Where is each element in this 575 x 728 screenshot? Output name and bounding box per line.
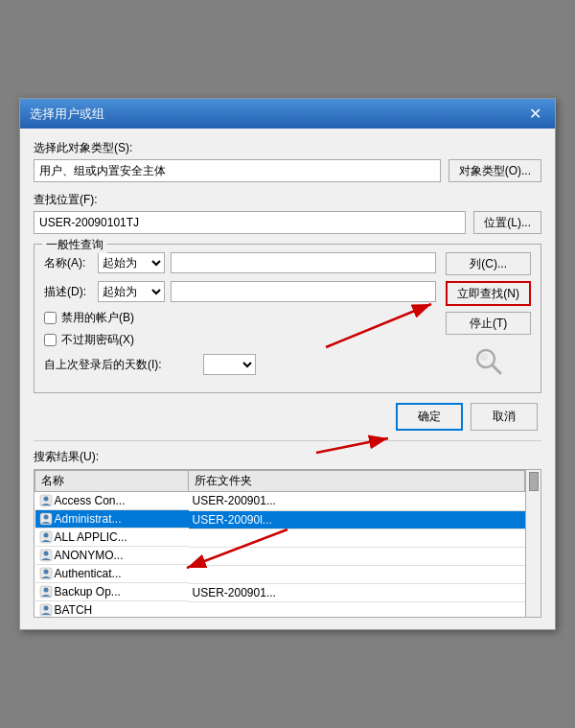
svg-point-6 (43, 515, 48, 520)
user-icon (39, 494, 53, 507)
stop-button[interactable]: 停止(T) (446, 312, 531, 335)
desc-query-select[interactable]: 起始为 (98, 281, 165, 302)
right-buttons: 列(C)... 立即查找(N) 停止(T) (446, 252, 531, 383)
svg-point-16 (43, 606, 48, 611)
table-row[interactable]: Backup Op... USER-200901... (35, 583, 525, 601)
no-expire-pwd-row: 不过期密码(X) (44, 332, 436, 348)
row-name: BATCH (35, 601, 189, 617)
object-type-section: 选择此对象类型(S): 对象类型(O)... (34, 140, 541, 182)
row-name: Administrat... (35, 510, 189, 528)
svg-point-10 (43, 552, 48, 556)
dialog-title: 选择用户或组 (30, 106, 104, 123)
table-row[interactable]: ALL APPLIC... (35, 528, 525, 547)
name-query-input[interactable] (171, 252, 436, 273)
location-section: 查找位置(F): 位置(L)... (34, 192, 541, 234)
search-now-button[interactable]: 立即查找(N) (446, 281, 531, 306)
desc-query-input[interactable] (171, 281, 436, 302)
svg-point-8 (43, 533, 48, 538)
days-since-login-select[interactable] (203, 354, 256, 375)
scrollbar[interactable] (525, 470, 540, 617)
user-icon (39, 530, 53, 544)
svg-point-2 (480, 353, 488, 361)
location-button[interactable]: 位置(L)... (473, 211, 541, 234)
table-row[interactable]: Administrat... USER-20090l... (35, 510, 525, 528)
user-icon (39, 512, 53, 526)
search-icon-area (446, 346, 531, 377)
object-type-button[interactable]: 对象类型(O)... (448, 159, 541, 182)
svg-point-4 (43, 497, 48, 502)
no-expire-pwd-checkbox[interactable] (44, 334, 57, 346)
general-query-group: 一般性查询 名称(A): 起始为 描述(D): (34, 244, 541, 393)
title-bar: 选择用户或组 ✕ (20, 99, 555, 129)
disabled-account-label: 禁用的帐户(B) (61, 310, 134, 326)
name-query-row: 名称(A): 起始为 (44, 252, 436, 273)
row-name: ANONYMO... (35, 547, 189, 565)
svg-point-14 (43, 588, 48, 593)
days-since-login-row: 自上次登录后的天数(I): (44, 354, 436, 375)
col-folder-header: 所在文件夹 (189, 471, 525, 492)
query-area: 名称(A): 起始为 描述(D): 起始为 (44, 252, 531, 383)
user-icon (39, 549, 53, 562)
object-type-input[interactable] (34, 159, 441, 182)
user-icon (39, 585, 53, 599)
disabled-account-checkbox[interactable] (44, 312, 57, 324)
desc-query-row: 描述(D): 起始为 (44, 281, 436, 302)
table-row[interactable]: ANONYMO... (35, 547, 525, 565)
row-folder (189, 565, 525, 583)
desc-query-label: 描述(D): (44, 284, 92, 300)
row-folder (189, 547, 525, 565)
cancel-button[interactable]: 取消 (471, 403, 538, 431)
row-folder: USER-20090l... (189, 510, 525, 528)
row-folder: USER-200901... (189, 492, 525, 511)
ok-button[interactable]: 确定 (396, 403, 463, 431)
table-row[interactable]: BATCH (35, 601, 525, 617)
user-icon (39, 603, 53, 617)
results-label: 搜索结果(U): (34, 449, 541, 465)
table-row[interactable]: Authenticat... (35, 565, 525, 583)
col-name-header: 名称 (35, 471, 189, 492)
ok-cancel-row: 确定 取消 (34, 403, 541, 431)
object-type-label: 选择此对象类型(S): (34, 140, 541, 156)
results-outer: 名称 所在文件夹 Access Con... USER-200901... (34, 469, 541, 618)
location-input[interactable] (34, 211, 466, 234)
disabled-account-row: 禁用的帐户(B) (44, 310, 436, 326)
name-query-select[interactable]: 起始为 (98, 252, 165, 273)
scrollbar-thumb[interactable] (529, 472, 539, 491)
results-section: 搜索结果(U): 名称 所在文件夹 (34, 440, 541, 618)
row-name: Authenticat... (35, 565, 189, 583)
results-scroll-area[interactable]: 名称 所在文件夹 Access Con... USER-200901... (34, 470, 525, 617)
search-magnifier-icon (473, 346, 504, 377)
location-label: 查找位置(F): (34, 192, 541, 208)
user-icon (39, 567, 53, 580)
results-table: 名称 所在文件夹 Access Con... USER-200901... (34, 470, 525, 617)
row-name: ALL APPLIC... (35, 528, 189, 547)
row-folder (189, 601, 525, 617)
row-folder (189, 528, 525, 547)
row-name: Access Con... (35, 492, 189, 510)
close-button[interactable]: ✕ (525, 105, 545, 123)
group-box-title: 一般性查询 (42, 237, 107, 253)
no-expire-pwd-label: 不过期密码(X) (61, 332, 134, 348)
days-since-login-label: 自上次登录后的天数(I): (44, 357, 197, 373)
query-left: 名称(A): 起始为 描述(D): 起始为 (44, 252, 436, 383)
table-row[interactable]: Access Con... USER-200901... (35, 492, 525, 511)
svg-point-12 (43, 570, 48, 575)
row-folder: USER-200901... (189, 583, 525, 601)
row-name: Backup Op... (35, 583, 189, 601)
name-query-label: 名称(A): (44, 255, 92, 271)
svg-line-1 (493, 365, 500, 373)
list-columns-button[interactable]: 列(C)... (446, 252, 531, 275)
